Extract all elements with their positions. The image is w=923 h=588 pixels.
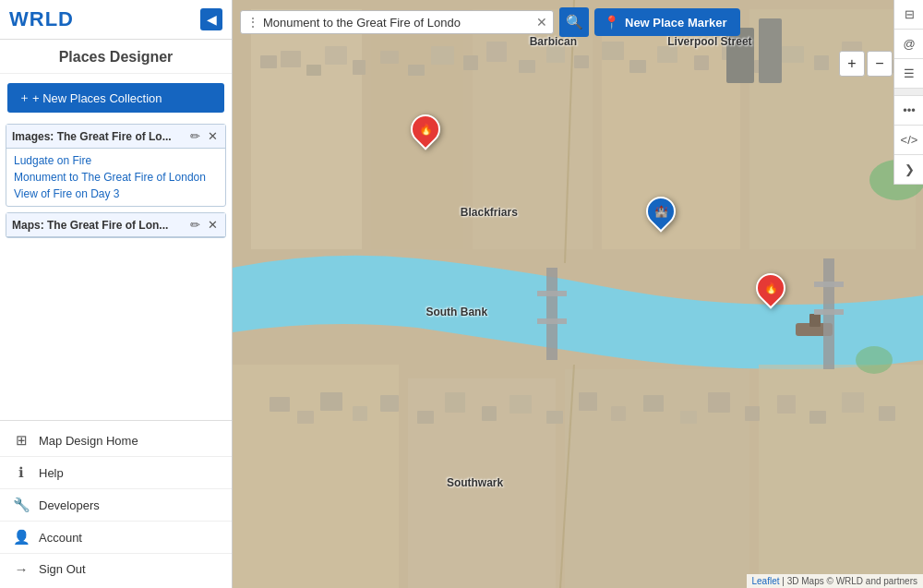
- fire-icon: 🔥: [764, 282, 778, 294]
- collection-item: Images: The Great Fire of Lo... ✏ ✕ Ludg…: [6, 124, 226, 207]
- map-area[interactable]: ⋮ ✕ 🔍 📍 New Place Marker + − ⊟ @ ☰ ••• <…: [233, 0, 923, 588]
- nav-label: Map Design Home: [39, 434, 138, 448]
- nav-item-map-design-home[interactable]: ⊞ Map Design Home: [0, 425, 232, 457]
- collection-actions: ✏ ✕: [188, 129, 220, 143]
- new-places-collection-button[interactable]: ＋ + New Places Collection: [7, 83, 224, 113]
- delete-collection-button[interactable]: ✕: [206, 129, 220, 143]
- nav-item-sign-out[interactable]: → Sign Out: [0, 554, 232, 584]
- fire-icon: 🔥: [419, 123, 433, 136]
- collection-header: Images: The Great Fire of Lo... ✏ ✕: [6, 125, 225, 149]
- map-attribution: Leaflet | 3D Maps © WRLD and partners: [747, 574, 924, 588]
- sidebar: WRLD ◀ Places Designer ＋ + New Places Co…: [0, 0, 233, 588]
- new-place-marker-label: New Place Marker: [625, 16, 727, 30]
- nav-item-developers[interactable]: 🔧 Developers: [0, 489, 232, 522]
- marker-icon: 🔥: [405, 108, 447, 150]
- map-right-controls: ⊟ @ ☰ ••• </> ❯: [893, 0, 923, 185]
- wrench-icon: 🔧: [13, 497, 30, 513]
- help-icon: ℹ: [13, 464, 30, 481]
- nav-label: Help: [39, 466, 64, 480]
- map-top-bar: ⋮ ✕ 🔍 📍 New Place Marker: [240, 7, 916, 37]
- map-ctrl-dots[interactable]: •••: [894, 96, 923, 126]
- sidebar-nav: ⊞ Map Design Home ℹ Help 🔧 Developers 👤 …: [0, 420, 232, 588]
- nav-item-help[interactable]: ℹ Help: [0, 457, 232, 489]
- city-background: [233, 0, 923, 588]
- collection-header: Maps: The Great Fire of Lon... ✏ ✕: [6, 213, 225, 237]
- map-label-liverpool-street: Liverpool Street: [667, 35, 751, 48]
- collection-name: Maps: The Great Fire of Lon...: [12, 219, 188, 232]
- sidebar-header: WRLD ◀: [0, 0, 232, 40]
- plus-icon: ＋: [18, 90, 30, 106]
- map-label-southwark: Southwark: [447, 476, 503, 489]
- map-marker-fire-2[interactable]: 🔥: [756, 273, 785, 303]
- map-label-south-bank: South Bank: [426, 306, 487, 318]
- map-label-barbican: Barbican: [530, 35, 577, 48]
- nav-item-account[interactable]: 👤 Account: [0, 522, 232, 554]
- zoom-out-button[interactable]: −: [867, 51, 893, 77]
- collection-name: Images: The Great Fire of Lo...: [12, 130, 188, 143]
- map-marker-castle[interactable]: 🏰: [646, 197, 676, 226]
- search-button[interactable]: 🔍: [559, 7, 589, 37]
- castle-icon: 🏰: [653, 205, 667, 218]
- home-icon: ⊞: [13, 432, 30, 449]
- collapse-button[interactable]: ◀: [200, 8, 222, 30]
- collection-places: Ludgate on Fire Monument to The Great Fi…: [6, 149, 225, 206]
- edit-collection-button[interactable]: ✏: [188, 218, 202, 232]
- nav-label: Sign Out: [39, 562, 86, 576]
- marker-icon: 🔥: [750, 267, 792, 308]
- attribution-text: | 3D Maps © WRLD and partners: [782, 576, 917, 586]
- collection-item: Maps: The Great Fire of Lon... ✏ ✕: [6, 212, 226, 238]
- map-marker-fire-1[interactable]: 🔥: [411, 114, 440, 144]
- signout-icon: →: [13, 561, 30, 577]
- place-item[interactable]: Ludgate on Fire: [14, 152, 218, 169]
- search-input[interactable]: [263, 16, 533, 30]
- map-label-blackfriars: Blackfriars: [461, 206, 518, 219]
- new-place-marker-button[interactable]: 📍 New Place Marker: [594, 8, 740, 36]
- places-designer-title: Places Designer: [0, 40, 232, 74]
- zoom-controls: + −: [839, 51, 893, 77]
- location-pin-icon: 📍: [604, 15, 619, 30]
- menu-icon[interactable]: ⋮: [246, 15, 259, 30]
- map-ctrl-divider: [894, 89, 923, 96]
- search-box: ⋮ ✕: [240, 10, 554, 34]
- user-icon: 👤: [13, 529, 30, 546]
- new-collection-label: + New Places Collection: [32, 91, 162, 105]
- collection-actions: ✏ ✕: [188, 218, 220, 232]
- place-item[interactable]: View of Fire on Day 3: [14, 186, 218, 202]
- map-ctrl-email[interactable]: @: [894, 30, 923, 59]
- marker-icon: 🏰: [640, 191, 681, 233]
- place-item[interactable]: Monument to The Great Fire of London: [14, 169, 218, 186]
- logo: WRLD: [9, 7, 74, 31]
- leaflet-link[interactable]: Leaflet: [752, 576, 780, 586]
- map-ctrl-code[interactable]: </>: [894, 126, 923, 155]
- zoom-in-button[interactable]: +: [839, 51, 865, 77]
- edit-collection-button[interactable]: ✏: [188, 129, 202, 143]
- map-ctrl-layers[interactable]: ⊟: [894, 0, 923, 30]
- collections-area: Images: The Great Fire of Lo... ✏ ✕ Ludg…: [0, 120, 232, 420]
- nav-label: Account: [39, 531, 82, 545]
- nav-label: Developers: [39, 498, 100, 512]
- map-ctrl-list[interactable]: ☰: [894, 59, 923, 89]
- delete-collection-button[interactable]: ✕: [206, 218, 220, 232]
- map-ctrl-arrow[interactable]: ❯: [894, 155, 923, 185]
- clear-search-icon[interactable]: ✕: [536, 15, 547, 30]
